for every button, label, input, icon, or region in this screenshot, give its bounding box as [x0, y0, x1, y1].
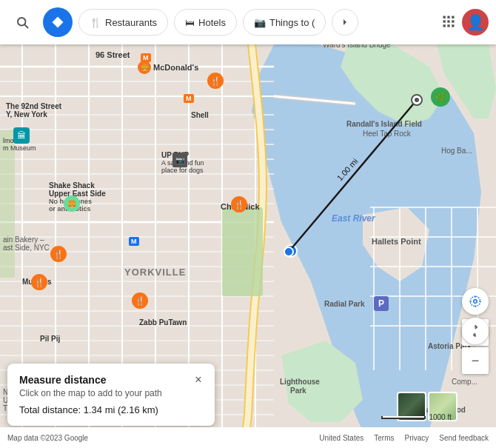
svg-rect-58 [443, 16, 446, 18]
svg-line-57 [24, 24, 27, 27]
scale-line [381, 416, 426, 419]
directions-button[interactable] [43, 7, 73, 37]
svg-rect-66 [452, 24, 454, 27]
restaurant-marker-3[interactable]: 🍴 [50, 246, 67, 262]
more-button[interactable] [332, 9, 358, 36]
svg-rect-63 [452, 20, 454, 22]
svg-rect-64 [443, 24, 446, 27]
grid-menu-button[interactable] [441, 14, 456, 31]
panel-close-button[interactable]: × [190, 371, 207, 389]
bottom-links: United States Terms Privacy Send feedbac… [319, 434, 489, 442]
restaurant-marker-5[interactable]: 🍴 [132, 292, 148, 309]
restaurants-icon: 🍴 [90, 17, 101, 28]
grid-icon [441, 14, 456, 29]
top-bar: 🍴 Restaurants 🛏 Hotels 📷 Things to ( 👤 [0, 0, 496, 44]
link-united-states[interactable]: United States [319, 434, 363, 442]
zoom-out-button[interactable]: − [462, 347, 489, 374]
scale-bar: 1000 ft [381, 413, 452, 421]
svg-rect-60 [452, 16, 454, 18]
restaurant-marker-4[interactable]: 🍴 [31, 274, 47, 290]
uppup-marker[interactable]: 📷 [172, 153, 187, 167]
link-terms[interactable]: Terms [374, 434, 394, 442]
svg-point-68 [470, 296, 480, 307]
panel-subtitle: Click on the map to add to your path [19, 388, 203, 398]
parking-marker[interactable]: P [374, 296, 389, 311]
tab-things[interactable]: 📷 Things to ( [243, 9, 326, 36]
svg-rect-62 [447, 20, 449, 22]
rotate-button[interactable] [462, 318, 489, 344]
chevron-right-icon [339, 16, 351, 28]
search-icon [16, 16, 29, 29]
directions-icon [51, 16, 64, 29]
svg-rect-37 [222, 207, 263, 296]
things-icon: 📷 [254, 17, 266, 28]
svg-rect-61 [443, 20, 446, 22]
search-button[interactable] [7, 7, 37, 37]
svg-rect-59 [447, 16, 449, 18]
restaurant-marker-2[interactable]: 🍴 [231, 196, 247, 213]
link-privacy[interactable]: Privacy [404, 434, 429, 442]
bottom-bar: Map data ©2023 Google United States Term… [0, 427, 496, 448]
svg-rect-38 [0, 130, 15, 278]
blue-marker[interactable] [284, 244, 298, 258]
scale-text: 1000 ft [429, 413, 452, 421]
panel-title: Measure distance [19, 374, 203, 386]
hotels-icon: 🛏 [185, 17, 195, 28]
rotate-icon [469, 324, 482, 338]
green-marker[interactable]: 🌿 [431, 87, 450, 107]
tab-restaurants[interactable]: 🍴 Restaurants [78, 9, 168, 36]
shakeshack-marker[interactable]: 🍔 [64, 195, 80, 212]
link-feedback[interactable]: Send feedback [439, 434, 489, 442]
svg-point-67 [474, 300, 477, 304]
restaurant-marker-1[interactable]: 🍴 [207, 73, 224, 89]
avatar[interactable]: 👤 [462, 9, 489, 36]
museum-marker[interactable]: 🏛 [13, 127, 30, 144]
rotate-control [462, 318, 489, 344]
copyright-text: Map data ©2023 Google [7, 434, 88, 442]
location-button[interactable] [462, 288, 489, 315]
panel-distance: Total distance: 1.34 mi (2.16 km) [19, 404, 203, 415]
info-panel: × Measure distance Click on the map to a… [7, 364, 215, 426]
subway-86-badge: M [129, 233, 139, 247]
svg-rect-65 [447, 24, 449, 27]
location-icon [469, 295, 482, 308]
map-container[interactable]: 1.00 mi 96 Street 🍔 McDonald's M M Randa… [0, 0, 496, 448]
tab-hotels[interactable]: 🛏 Hotels [174, 9, 237, 36]
